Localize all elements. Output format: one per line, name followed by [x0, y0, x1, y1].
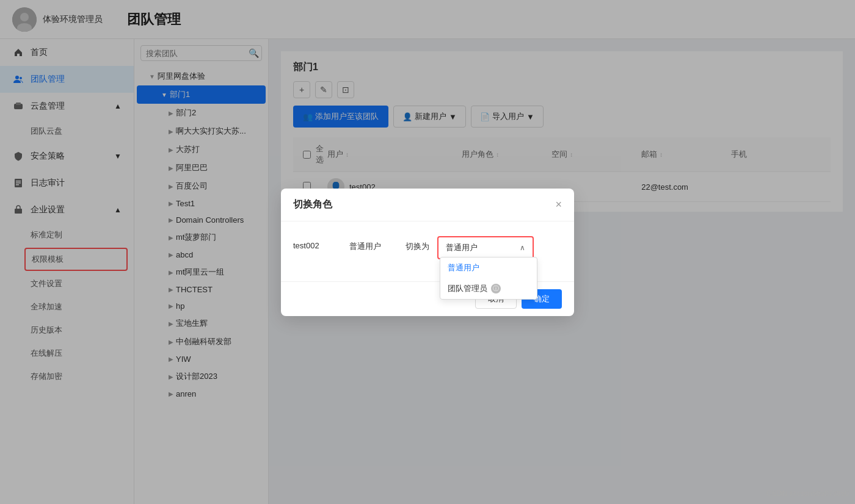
dropdown-menu: 普通用户 团队管理员 ⓘ [440, 257, 537, 300]
modal-user-row: test002 普通用户 切换为 普通用户 ∧ 普通用户 [293, 236, 562, 259]
chevron-up-icon: ∧ [520, 243, 525, 252]
modal-overlay: 切换角色 × test002 普通用户 切换为 普通用户 ∧ [0, 0, 855, 504]
option-label-admin: 团队管理员 [448, 283, 487, 294]
modal-header: 切换角色 × [281, 189, 574, 221]
option-team-admin[interactable]: 团队管理员 ⓘ [440, 278, 537, 299]
modal-close-button[interactable]: × [555, 198, 562, 211]
modal-body: test002 普通用户 切换为 普通用户 ∧ 普通用户 [281, 221, 574, 281]
modal-current-role: 普通用户 [349, 236, 398, 252]
modal-switch-label: 切换为 [406, 236, 430, 252]
modal-title: 切换角色 [293, 198, 332, 211]
info-icon[interactable]: ⓘ [491, 284, 501, 293]
switch-role-modal: 切换角色 × test002 普通用户 切换为 普通用户 ∧ [281, 189, 574, 316]
option-label-normal: 普通用户 [448, 262, 479, 273]
role-dropdown: 普通用户 ∧ 普通用户 团队管理员 ⓘ [440, 239, 531, 257]
dropdown-wrapper: 普通用户 ∧ 普通用户 团队管理员 ⓘ [437, 236, 534, 259]
modal-username: test002 [293, 236, 342, 250]
dropdown-trigger[interactable]: 普通用户 ∧ [440, 239, 531, 257]
selected-option-label: 普通用户 [446, 242, 478, 253]
option-normal-user[interactable]: 普通用户 [440, 257, 537, 278]
